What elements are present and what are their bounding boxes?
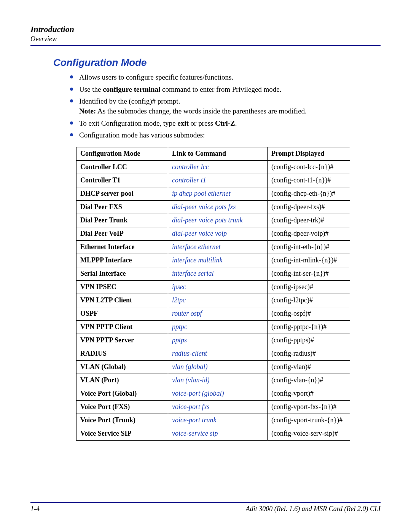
table-row: Dial Peer FXSdial-peer voice pots fxs(co…	[76, 200, 350, 214]
bullet-text: .	[235, 119, 237, 127]
command-link[interactable]: l2tpc	[172, 296, 186, 304]
col-header-prompt: Prompt Displayed	[268, 147, 350, 160]
bullet-text: command to enter from Privileged mode.	[160, 85, 281, 93]
bullet-text: Identified by the (config)# prompt.	[79, 97, 180, 105]
command-link[interactable]: dial-peer voice pots trunk	[172, 216, 242, 224]
header-subtitle: Overview	[30, 35, 381, 43]
command-link[interactable]: voice-port fxs	[172, 403, 209, 411]
col-header-mode: Configuration Mode	[76, 147, 168, 160]
bullet-text: Allows users to configure specific featu…	[79, 73, 233, 81]
cell-prompt: (config-pptpc-{n})#	[268, 320, 350, 334]
section-title: Configuration Mode	[53, 57, 381, 69]
bullet-item: To exit Configuration mode, type exit or…	[68, 118, 381, 128]
command-link[interactable]: voice-port (global)	[172, 390, 224, 397]
cell-config-mode: RADIUS	[76, 347, 168, 360]
command-link[interactable]: vlan (global)	[172, 363, 207, 371]
cell-config-mode: Controller T1	[76, 174, 168, 187]
command-link[interactable]: router ospf	[172, 310, 202, 317]
cell-prompt: (config-vport)#	[268, 387, 350, 400]
bullet-item: Use the configure terminal command to en…	[68, 85, 381, 94]
cell-config-mode: VPN PPTP Client	[76, 320, 168, 334]
table-row: Dial Peer VoIPdial-peer voice voip(confi…	[76, 227, 350, 240]
page-footer: 1-4 Adit 3000 (Rel. 1.6) and MSR Card (R…	[30, 502, 381, 513]
config-modes-table: Configuration Mode Link to Command Promp…	[76, 147, 350, 441]
command-link[interactable]: controller t1	[172, 176, 206, 184]
footer-page-number: 1-4	[30, 505, 40, 513]
footer-row: 1-4 Adit 3000 (Rel. 1.6) and MSR Card (R…	[30, 505, 381, 513]
cell-prompt: (config-l2tpc)#	[268, 294, 350, 307]
bullet-text: or press	[189, 119, 215, 127]
cell-link-command: interface multilink	[168, 254, 268, 267]
cell-config-mode: Ethernet Interface	[76, 240, 168, 254]
command-link[interactable]: voice-service sip	[172, 430, 218, 437]
table-row: Serial Interfaceinterface serial(config-…	[76, 267, 350, 280]
cell-link-command: l2tpc	[168, 294, 268, 307]
cell-link-command: radius-client	[168, 347, 268, 360]
table-row: MLPPP Interfaceinterface multilink(confi…	[76, 254, 350, 267]
cell-prompt: (config-vlan-{n})#	[268, 374, 350, 387]
table-row: DHCP server poolip dhcp pool ethernet(co…	[76, 187, 350, 200]
table-row: VLAN (Port)vlan (vlan-id)(config-vlan-{n…	[76, 374, 350, 387]
command-link[interactable]: radius-client	[172, 350, 207, 357]
col-header-link: Link to Command	[168, 147, 268, 160]
cell-link-command: controller t1	[168, 174, 268, 187]
bullet-item: Identified by the (config)# prompt. Note…	[68, 96, 381, 116]
note-text: As the submodes change, the words inside…	[96, 107, 307, 115]
bullet-item: Allows users to configure specific featu…	[68, 72, 381, 82]
bullet-bold: configure terminal	[103, 85, 160, 93]
cell-link-command: interface ethernet	[168, 240, 268, 254]
command-link[interactable]: interface multilink	[172, 256, 222, 264]
table-row: RADIUSradius-client(config-radius)#	[76, 347, 350, 360]
command-link[interactable]: ip dhcp pool ethernet	[172, 190, 230, 197]
bullet-text: Configuration mode has various submodes:	[79, 131, 205, 139]
page-header: Introduction Overview	[30, 24, 381, 43]
cell-link-command: ip dhcp pool ethernet	[168, 187, 268, 200]
table-row: Controller LCCcontroller lcc(config-cont…	[76, 160, 350, 174]
table-row: VPN IPSECipsec(config-ipsec)#	[76, 280, 350, 294]
cell-prompt: (config-dpeer-trk)#	[268, 214, 350, 227]
cell-prompt: (config-vport-fxs-{n})#	[268, 400, 350, 414]
cell-config-mode: OSPF	[76, 307, 168, 320]
cell-link-command: vlan (vlan-id)	[168, 374, 268, 387]
cell-prompt: (config-voice-serv-sip)#	[268, 427, 350, 440]
footer-doc-title: Adit 3000 (Rel. 1.6) and MSR Card (Rel 2…	[246, 505, 381, 513]
cell-config-mode: Dial Peer VoIP	[76, 227, 168, 240]
cell-link-command: ipsec	[168, 280, 268, 294]
note-label: Note:	[79, 107, 96, 115]
cell-config-mode: VPN IPSEC	[76, 280, 168, 294]
table-row: OSPFrouter ospf(config-ospf)#	[76, 307, 350, 320]
cell-link-command: pptpc	[168, 320, 268, 334]
bullet-bold: Ctrl-Z	[215, 119, 235, 127]
table-row: VPN L2TP Clientl2tpc(config-l2tpc)#	[76, 294, 350, 307]
cell-link-command: voice-service sip	[168, 427, 268, 440]
table-row: Voice Service SIPvoice-service sip(confi…	[76, 427, 350, 440]
table-row: Voice Port (Global)voice-port (global)(c…	[76, 387, 350, 400]
command-link[interactable]: pptps	[172, 336, 187, 344]
cell-config-mode: Voice Port (Trunk)	[76, 414, 168, 427]
command-link[interactable]: voice-port trunk	[172, 416, 216, 424]
command-link[interactable]: vlan (vlan-id)	[172, 376, 209, 384]
cell-link-command: controller lcc	[168, 160, 268, 174]
command-link[interactable]: controller lcc	[172, 163, 209, 171]
cell-prompt: (config-dpeer-fxs)#	[268, 200, 350, 214]
command-link[interactable]: pptpc	[172, 323, 187, 331]
cell-prompt: (config-pptps)#	[268, 334, 350, 347]
command-link[interactable]: ipsec	[172, 283, 186, 291]
command-link[interactable]: dial-peer voice pots fxs	[172, 203, 236, 211]
cell-prompt: (config-int-ser-{n})#	[268, 267, 350, 280]
command-link[interactable]: interface ethernet	[172, 243, 220, 251]
table-header-row: Configuration Mode Link to Command Promp…	[76, 147, 350, 160]
cell-link-command: voice-port fxs	[168, 400, 268, 414]
header-rule	[30, 45, 381, 46]
cell-prompt: (config-dhcp-eth-{n})#	[268, 187, 350, 200]
table-row: VLAN (Global)vlan (global)(config-vlan)#	[76, 360, 350, 374]
table-row: Ethernet Interfaceinterface ethernet(con…	[76, 240, 350, 254]
cell-config-mode: Serial Interface	[76, 267, 168, 280]
table-row: Controller T1controller t1(config-cont-t…	[76, 174, 350, 187]
table-row: Dial Peer Trunkdial-peer voice pots trun…	[76, 214, 350, 227]
command-link[interactable]: dial-peer voice voip	[172, 230, 227, 237]
cell-config-mode: Dial Peer Trunk	[76, 214, 168, 227]
command-link[interactable]: interface serial	[172, 270, 213, 277]
header-title: Introduction	[30, 24, 381, 34]
cell-link-command: router ospf	[168, 307, 268, 320]
